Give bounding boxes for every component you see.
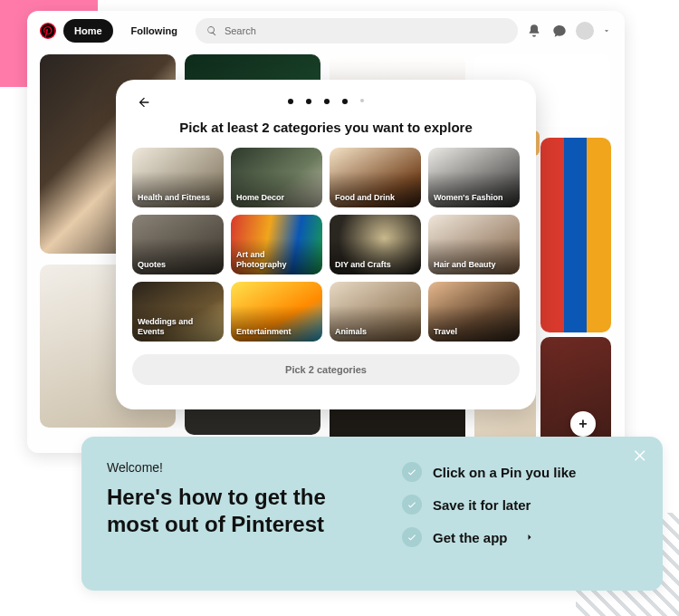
add-pin-button[interactable]: + xyxy=(570,411,596,437)
welcome-step[interactable]: Save it for later xyxy=(402,495,637,515)
category-label: Animals xyxy=(335,327,367,336)
category-tile-hair-beauty[interactable]: Hair and Beauty xyxy=(428,215,520,274)
top-nav-bar: Home Following Search xyxy=(27,11,625,51)
account-menu-chevron-icon[interactable] xyxy=(601,25,612,36)
category-tile-art-photography[interactable]: Art and Photography xyxy=(231,215,322,274)
progress-dot xyxy=(306,99,311,104)
welcome-eyebrow: Welcome! xyxy=(107,460,375,475)
welcome-card: Welcome! Here's how to get the most out … xyxy=(81,437,663,591)
progress-dots xyxy=(288,99,364,104)
back-arrow-icon[interactable] xyxy=(136,94,152,111)
category-tile-health-fitness[interactable]: Health and Fitness xyxy=(132,148,224,207)
messages-icon[interactable] xyxy=(550,22,569,40)
welcome-step-label: Click on a Pin you like xyxy=(433,465,576,480)
home-tab-label: Home xyxy=(74,25,102,36)
chevron-right-icon xyxy=(519,530,535,545)
welcome-steps: Click on a Pin you like Save it for late… xyxy=(402,460,637,547)
search-icon xyxy=(206,25,217,36)
close-icon[interactable] xyxy=(630,446,650,466)
category-label: Food and Drink xyxy=(335,193,395,202)
category-picker-modal: Pick at least 2 categories you want to e… xyxy=(116,80,536,409)
pinterest-logo-icon[interactable] xyxy=(40,23,56,39)
category-label: DIY and Crafts xyxy=(335,260,391,269)
welcome-step[interactable]: Click on a Pin you like xyxy=(402,462,637,482)
category-label: Health and Fitness xyxy=(138,193,210,202)
pick-categories-button[interactable]: Pick 2 categories xyxy=(132,354,520,385)
category-tile-quotes[interactable]: Quotes xyxy=(132,215,224,274)
plus-icon: + xyxy=(579,416,587,432)
category-tile-weddings-events[interactable]: Weddings and Events xyxy=(132,282,224,342)
progress-dot xyxy=(324,99,330,104)
pin-thumbnail[interactable] xyxy=(540,337,611,453)
welcome-step-label: Save it for later xyxy=(433,497,531,513)
category-tile-food-drink[interactable]: Food and Drink xyxy=(330,148,421,207)
progress-dot xyxy=(288,99,293,104)
welcome-headline: Here's how to get the most out of Pinter… xyxy=(107,484,375,538)
pin-thumbnail[interactable] xyxy=(540,138,611,332)
progress-dot xyxy=(342,99,348,104)
category-label: Weddings and Events xyxy=(138,317,218,336)
category-tile-animals[interactable]: Animals xyxy=(330,282,421,342)
progress-dot xyxy=(360,99,364,102)
category-tile-womens-fashion[interactable]: Women's Fashion xyxy=(428,148,520,207)
notifications-icon[interactable] xyxy=(525,22,543,40)
avatar[interactable] xyxy=(576,22,594,40)
check-icon xyxy=(402,495,422,515)
category-label: Women's Fashion xyxy=(434,193,502,202)
welcome-step-get-app[interactable]: Get the app xyxy=(402,527,637,547)
category-label: Hair and Beauty xyxy=(434,260,496,269)
category-label: Art and Photography xyxy=(236,250,317,269)
modal-title: Pick at least 2 categories you want to e… xyxy=(132,120,520,135)
category-tile-travel[interactable]: Travel xyxy=(428,282,520,342)
category-label: Home Decor xyxy=(236,193,284,202)
check-icon xyxy=(402,527,422,547)
category-tile-entertainment[interactable]: Entertainment xyxy=(231,282,322,342)
search-input[interactable]: Search xyxy=(196,18,518,43)
check-icon xyxy=(402,462,422,482)
category-tile-home-decor[interactable]: Home Decor xyxy=(231,148,322,207)
home-tab[interactable]: Home xyxy=(63,19,113,43)
category-label: Quotes xyxy=(138,260,166,269)
search-placeholder: Search xyxy=(225,25,256,36)
category-label: Entertainment xyxy=(236,327,292,336)
welcome-step-label: Get the app xyxy=(433,530,508,545)
following-tab[interactable]: Following xyxy=(120,19,188,43)
category-label: Travel xyxy=(434,327,457,336)
category-tile-diy-crafts[interactable]: DIY and Crafts xyxy=(330,215,421,274)
category-grid: Health and Fitness Home Decor Food and D… xyxy=(132,148,520,342)
pick-categories-label: Pick 2 categories xyxy=(285,364,367,375)
following-tab-label: Following xyxy=(131,25,177,36)
